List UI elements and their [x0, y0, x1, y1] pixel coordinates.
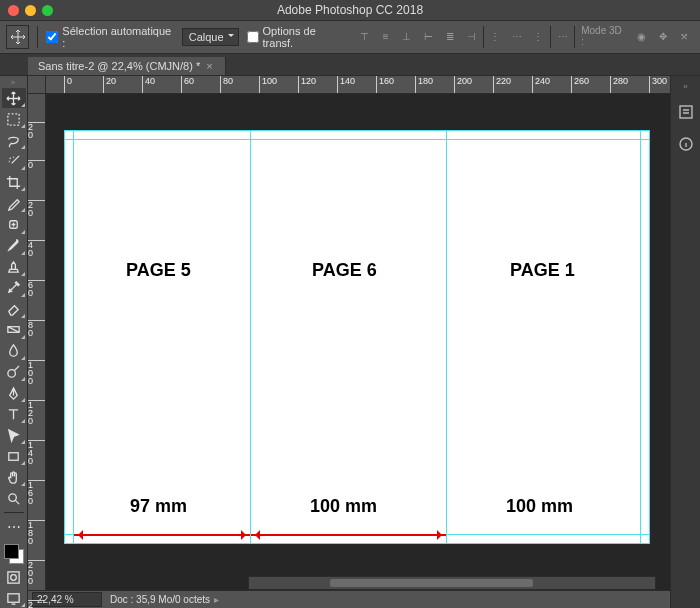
lasso-tool[interactable] [2, 130, 26, 150]
move-tool[interactable] [2, 88, 26, 108]
ruler-tick: 80 [220, 76, 233, 93]
history-brush-tool[interactable] [2, 278, 26, 298]
ruler-tick: 200 [28, 560, 45, 585]
svg-rect-4 [9, 452, 18, 460]
distribute-icon[interactable]: ⋮ [529, 26, 548, 46]
foreground-color-swatch[interactable] [4, 544, 19, 559]
scrollbar-thumb[interactable] [330, 579, 533, 587]
window-maximize-button[interactable] [42, 5, 53, 16]
dimension-arrow [251, 534, 446, 536]
ruler-tick: 40 [28, 240, 45, 257]
document-tab[interactable]: Sans titre-2 @ 22,4% (CMJN/8) * × [28, 57, 226, 75]
artboard[interactable]: PAGE 5 PAGE 6 PAGE 1 97 mm 100 mm 100 mm [64, 130, 650, 544]
align-right-icon[interactable]: ⊣ [461, 26, 480, 46]
magic-wand-tool[interactable] [2, 151, 26, 171]
transform-controls-input[interactable] [247, 31, 259, 43]
vertical-ruler[interactable]: 20020406080100120140160180200220 [28, 94, 46, 590]
panel-grip[interactable]: « [683, 82, 687, 91]
guide-vertical[interactable] [446, 130, 447, 544]
ruler-tick: 160 [28, 480, 45, 505]
horizontal-ruler[interactable]: 0204060801001201401601802002202402602803… [46, 76, 670, 94]
svg-point-5 [9, 494, 17, 502]
ruler-tick: 20 [28, 200, 45, 217]
zoom-tool[interactable] [2, 488, 26, 508]
3d-scale-icon[interactable]: ⤧ [675, 26, 694, 46]
guide-vertical[interactable] [64, 130, 65, 544]
eraser-tool[interactable] [2, 299, 26, 319]
ruler-tick: 220 [493, 76, 511, 93]
move-tool-indicator[interactable] [6, 25, 29, 49]
hand-tool[interactable] [2, 467, 26, 487]
guide-vertical[interactable] [640, 130, 641, 544]
3d-orbit-icon[interactable]: ◉ [632, 26, 651, 46]
transform-controls-checkbox[interactable]: Options de transf. [247, 25, 347, 49]
toolbox-grip[interactable]: » [11, 78, 16, 87]
marquee-tool[interactable] [2, 109, 26, 129]
crop-tool[interactable] [2, 172, 26, 192]
ruler-origin[interactable] [28, 76, 46, 94]
svg-point-7 [11, 574, 17, 580]
guide-horizontal[interactable] [64, 139, 650, 140]
transform-controls-label: Options de transf. [263, 25, 347, 49]
window-minimize-button[interactable] [25, 5, 36, 16]
align-controls: ⊤ ≡ ⊥ ⊢ ≣ ⊣ ⋮ ⋯ ⋮ ⋯ Mode 3D : ◉ ✥ ⤧ [355, 26, 694, 48]
window-close-button[interactable] [8, 5, 19, 16]
ruler-tick: 0 [28, 160, 45, 169]
svg-rect-8 [8, 593, 19, 601]
page-label: PAGE 1 [510, 260, 575, 281]
ruler-tick: 240 [532, 76, 550, 93]
3d-move-icon[interactable]: ✥ [653, 26, 672, 46]
dimension-label: 97 mm [130, 496, 187, 517]
dodge-tool[interactable] [2, 362, 26, 382]
guide-vertical[interactable] [649, 130, 650, 544]
distribute-icon[interactable]: ⋮ [486, 26, 505, 46]
edit-toolbar-icon[interactable]: ⋯ [2, 517, 26, 537]
ruler-tick: 0 [64, 76, 72, 93]
auto-select-checkbox[interactable]: Sélection automatique : [46, 25, 173, 49]
close-tab-icon[interactable]: × [206, 60, 212, 72]
info-panel-icon[interactable] [675, 133, 697, 155]
guide-horizontal[interactable] [64, 543, 650, 544]
align-hcenter-icon[interactable]: ≣ [440, 26, 459, 46]
mode3d-label: Mode 3D : [577, 26, 630, 46]
blur-tool[interactable] [2, 341, 26, 361]
ruler-tick: 280 [610, 76, 628, 93]
guide-horizontal[interactable] [64, 130, 650, 131]
align-left-icon[interactable]: ⊢ [419, 26, 438, 46]
ruler-tick: 180 [28, 520, 45, 545]
align-top-icon[interactable]: ⊤ [355, 26, 374, 46]
brush-tool[interactable] [2, 236, 26, 256]
ruler-tick: 60 [28, 280, 45, 297]
type-tool[interactable] [2, 404, 26, 424]
align-bottom-icon[interactable]: ⊥ [397, 26, 416, 46]
properties-panel-icon[interactable] [675, 101, 697, 123]
titlebar: Adobe Photoshop CC 2018 [0, 0, 700, 20]
viewport[interactable]: PAGE 5 PAGE 6 PAGE 1 97 mm 100 mm 100 mm [46, 94, 670, 590]
layer-select-dropdown[interactable]: Calque [182, 28, 239, 46]
quick-mask-icon[interactable] [2, 567, 26, 587]
clone-stamp-tool[interactable] [2, 257, 26, 277]
canvas-area: 0204060801001201401601802002202402602803… [28, 76, 670, 608]
auto-select-input[interactable] [46, 31, 58, 43]
healing-brush-tool[interactable] [2, 214, 26, 234]
guide-vertical[interactable] [73, 130, 74, 544]
eyedropper-tool[interactable] [2, 193, 26, 213]
horizontal-scrollbar[interactable] [248, 576, 656, 590]
ruler-tick: 180 [415, 76, 433, 93]
doc-info[interactable]: Doc : 35,9 Mo/0 octets [110, 594, 219, 605]
guide-vertical[interactable] [250, 130, 251, 544]
ruler-tick: 160 [376, 76, 394, 93]
screen-mode-icon[interactable] [2, 588, 26, 608]
options-bar: Sélection automatique : Calque Options d… [0, 20, 700, 54]
color-swatches[interactable] [2, 542, 26, 566]
gradient-tool[interactable] [2, 320, 26, 340]
more-icon[interactable]: ⋯ [553, 26, 572, 46]
separator [550, 26, 551, 48]
distribute-icon[interactable]: ⋯ [507, 26, 526, 46]
align-vcenter-icon[interactable]: ≡ [376, 26, 395, 46]
rectangle-tool[interactable] [2, 446, 26, 466]
separator [4, 512, 24, 513]
app-title: Adobe Photoshop CC 2018 [277, 3, 423, 17]
path-selection-tool[interactable] [2, 425, 26, 445]
pen-tool[interactable] [2, 383, 26, 403]
